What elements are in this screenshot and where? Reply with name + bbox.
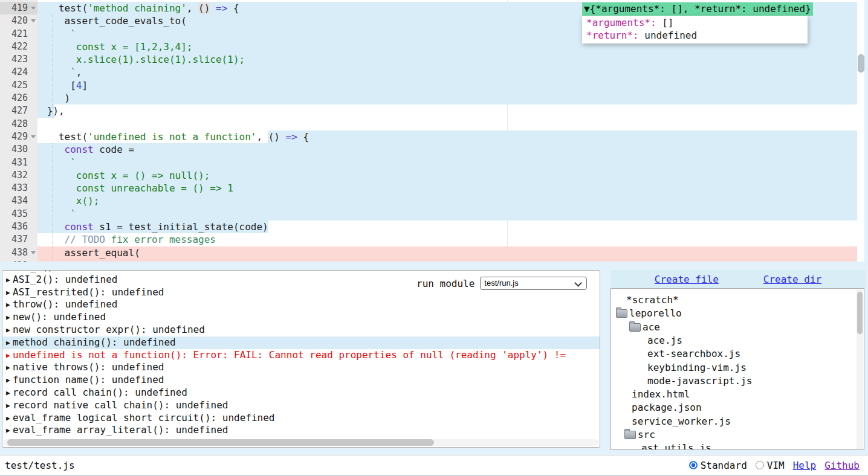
test-result-item[interactable]: ▶undefined is not a function(): Error: F… — [2, 349, 600, 362]
test-result-item[interactable]: ▶method chaining(): undefined — [2, 336, 600, 349]
tree-item[interactable]: src — [611, 428, 864, 442]
gutter-line-number[interactable]: 438 — [0, 246, 37, 259]
tree-item[interactable]: ace.js — [611, 334, 864, 347]
code-line[interactable]: 425 [4] — [0, 79, 864, 92]
gutter-line-number[interactable]: 433 — [0, 182, 37, 195]
code-line[interactable]: 437 // TODO fix error messages — [0, 233, 864, 246]
radio-standard-icon[interactable] — [689, 461, 698, 469]
tree-item[interactable]: index.html — [611, 388, 864, 401]
expand-arrow-icon[interactable]: ▶ — [6, 337, 13, 350]
keybinding-option-standard[interactable]: Standard — [689, 460, 747, 471]
code-line[interactable]: 423 x.slice(1).slice(1).slice(1); — [0, 53, 864, 66]
gutter-line-number[interactable]: 439 — [0, 259, 37, 262]
file-tree[interactable]: *scratch*leporelloaceace.jsext-searchbox… — [611, 288, 864, 450]
code-line[interactable]: 431 ` — [0, 156, 864, 169]
gutter-line-number[interactable]: 420 — [0, 14, 37, 27]
inspector-summary[interactable]: ▼{*arguments*: [], *return*: undefined} — [582, 2, 813, 16]
gutter-line-number[interactable]: 428 — [0, 118, 37, 130]
test-result-item[interactable]: ▶throw(): undefined — [2, 298, 600, 311]
tree-item[interactable]: leporello — [611, 307, 864, 320]
gutter-line-number[interactable]: 423 — [0, 53, 37, 66]
inspector-row[interactable]: *arguments*: [] — [582, 16, 808, 29]
expand-arrow-icon[interactable]: ▶ — [6, 387, 13, 400]
tree-item[interactable]: package.json — [611, 401, 864, 414]
code-line[interactable]: 435 ` — [0, 208, 864, 220]
tree-item[interactable]: mode-javascript.js — [611, 375, 864, 388]
expand-arrow-icon[interactable]: ▶ — [6, 299, 13, 312]
test-result-item[interactable]: ▶native throws(): undefined — [2, 361, 600, 374]
tree-scrollbar-thumb[interactable] — [857, 292, 863, 334]
create-dir-link[interactable]: Create dir — [763, 274, 821, 285]
gutter-line-number[interactable]: 437 — [0, 233, 37, 246]
horizontal-scrollbar-thumb[interactable] — [7, 439, 434, 446]
test-result-item[interactable]: ▶record native call chain(): undefined — [2, 399, 600, 412]
gutter-line-number[interactable]: 425 — [0, 79, 37, 92]
folder-icon[interactable] — [616, 309, 627, 318]
tree-item[interactable]: ast_utils.js — [611, 442, 864, 450]
tree-scrollbar[interactable] — [857, 289, 863, 449]
gutter-line-number[interactable]: 426 — [0, 92, 37, 105]
code-line[interactable]: 436 const s1 = test_initial_state(code) — [0, 220, 864, 233]
gutter-line-number[interactable]: 419 — [0, 2, 37, 14]
radio-vim-icon[interactable] — [756, 461, 764, 469]
test-result-item[interactable]: ▶record call chain(): undefined — [2, 387, 600, 399]
expand-arrow-icon[interactable]: ▶ — [6, 350, 13, 362]
gutter-line-number[interactable]: 436 — [0, 220, 37, 233]
test-result-item[interactable]: ▶eval_frame array_literal(): undefined — [2, 424, 600, 437]
code-line[interactable]: 426 ) — [0, 92, 864, 105]
run-module-select[interactable]: test/run.js — [480, 277, 587, 290]
github-link[interactable]: Github — [824, 460, 860, 471]
expand-arrow-icon[interactable]: ▶ — [6, 425, 13, 437]
gutter-line-number[interactable]: 435 — [0, 208, 37, 220]
gutter-line-number[interactable]: 431 — [0, 156, 37, 169]
code-line[interactable]: 439 root_calltree_node(s1) — [0, 259, 864, 262]
expand-arrow-icon[interactable]: ▶ — [6, 400, 13, 413]
gutter-line-number[interactable]: 432 — [0, 169, 37, 182]
test-output-panel[interactable]: ▶ASI_1(): undefined▶ASI_2(): undefined▶A… — [2, 270, 600, 448]
gutter-line-number[interactable]: 430 — [0, 143, 37, 156]
test-result-item[interactable]: ▶new constructor expr(): undefined — [2, 324, 600, 336]
expand-arrow-icon[interactable]: ▶ — [6, 287, 13, 300]
fold-caret-icon[interactable] — [31, 7, 36, 10]
horizontal-scrollbar[interactable] — [4, 439, 598, 446]
code-line[interactable]: 438 assert_equal( — [0, 246, 864, 259]
expand-arrow-icon[interactable]: ▶ — [6, 413, 13, 425]
keybinding-option-vim[interactable]: VIM — [756, 460, 785, 471]
fold-caret-icon[interactable] — [31, 135, 36, 138]
test-result-item[interactable]: ▶function name(): undefined — [2, 374, 600, 387]
code-line[interactable]: 433 const unreachable = () => 1 — [0, 182, 864, 195]
tree-item[interactable]: ext-searchbox.js — [611, 347, 864, 361]
gutter-line-number[interactable]: 427 — [0, 105, 37, 117]
help-link[interactable]: Help — [793, 460, 817, 471]
gutter-line-number[interactable]: 422 — [0, 40, 37, 53]
folder-icon[interactable] — [624, 431, 636, 439]
code-line[interactable]: 434 x(); — [0, 195, 864, 207]
tree-item[interactable]: keybinding-vim.js — [611, 361, 864, 375]
editor-scrollbar-thumb[interactable] — [858, 54, 864, 72]
gutter-line-number[interactable]: 424 — [0, 66, 37, 79]
expand-arrow-icon[interactable]: ▶ — [6, 312, 13, 324]
test-result-item[interactable]: ▶eval_frame logical short circuit(): und… — [2, 412, 600, 425]
tree-item[interactable]: *scratch* — [611, 294, 864, 307]
test-result-item[interactable]: ▶new(): undefined — [2, 311, 600, 324]
code-line[interactable]: 429 test('undefined is not a function', … — [0, 130, 864, 143]
expand-arrow-icon[interactable]: ▶ — [6, 274, 13, 287]
expand-arrow-icon[interactable]: ▶ — [6, 375, 13, 387]
code-line[interactable]: 428 — [0, 118, 864, 130]
code-line[interactable]: 430 const code = — [0, 143, 864, 156]
code-line[interactable]: 427 }), — [0, 105, 864, 117]
gutter-line-number[interactable]: 434 — [0, 195, 37, 207]
folder-icon[interactable] — [629, 323, 641, 332]
expand-arrow-icon[interactable]: ▶ — [6, 362, 13, 375]
gutter-line-number[interactable]: 429 — [0, 130, 37, 143]
inspector-row[interactable]: *return*: undefined — [582, 29, 808, 42]
tree-item[interactable]: ace — [611, 321, 864, 334]
tree-item[interactable]: service_worker.js — [611, 415, 864, 428]
code-line[interactable]: 432 const x = () => null(); — [0, 169, 864, 182]
fold-caret-icon[interactable] — [31, 19, 36, 22]
code-line[interactable]: 424 `, — [0, 66, 864, 79]
fold-caret-icon[interactable] — [31, 251, 36, 254]
expand-arrow-icon[interactable]: ▶ — [6, 324, 13, 337]
create-file-link[interactable]: Create file — [655, 274, 719, 285]
gutter-line-number[interactable]: 421 — [0, 28, 37, 40]
